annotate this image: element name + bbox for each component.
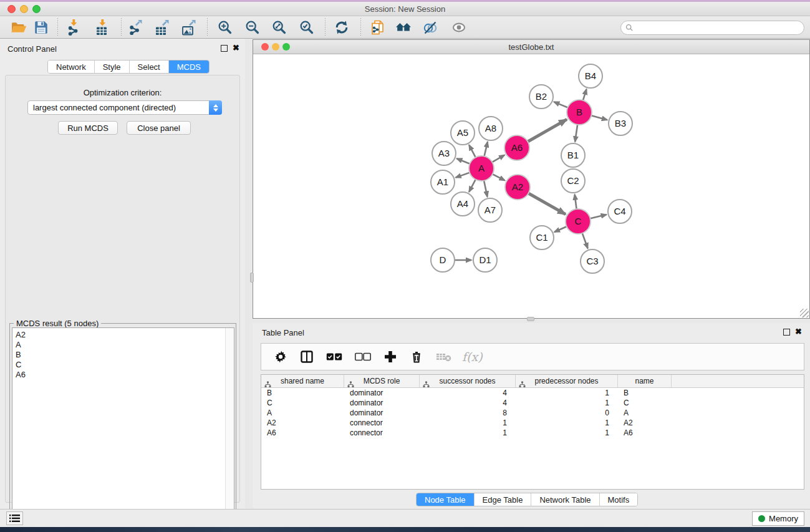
column-manager-icon[interactable] — [300, 350, 314, 364]
select-all-icon[interactable] — [326, 352, 342, 361]
task-history-button[interactable] — [6, 511, 23, 525]
column-header-label: successor nodes — [439, 377, 495, 385]
graph-node-A5[interactable]: A5 — [451, 121, 475, 145]
svg-text:C3: C3 — [586, 256, 598, 266]
zoom-out-icon[interactable] — [244, 19, 261, 36]
toolbar-separator — [121, 18, 122, 37]
table-cell: dominator — [344, 389, 420, 397]
result-list-item[interactable]: B — [16, 350, 225, 360]
graph-node-B[interactable]: B — [567, 100, 592, 125]
save-icon[interactable] — [32, 19, 50, 36]
list-icon — [9, 514, 20, 523]
graph-node-C1[interactable]: C1 — [530, 226, 554, 249]
zoom-selected-icon[interactable] — [298, 19, 316, 36]
graph-node-D[interactable]: D — [431, 248, 455, 272]
graph-node-A2[interactable]: A2 — [505, 175, 530, 200]
graph-node-D1[interactable]: D1 — [473, 248, 497, 272]
node-table[interactable]: shared nameMCDS rolesuccessor nodesprede… — [261, 374, 804, 490]
column-header-shared-name[interactable]: shared name — [261, 375, 344, 387]
search-box[interactable] — [620, 21, 804, 35]
tab-style[interactable]: Style — [95, 60, 130, 73]
table-cell: connector — [344, 418, 420, 427]
dropdown-stepper-icon — [209, 100, 222, 115]
add-column-icon[interactable] — [383, 350, 397, 364]
zoom-fit-icon[interactable] — [271, 19, 288, 36]
table-row[interactable]: Adominator80A — [261, 408, 804, 418]
import-network-icon[interactable] — [65, 19, 82, 36]
svg-text:A7: A7 — [485, 205, 496, 215]
tab-mcds[interactable]: MCDS — [169, 60, 209, 73]
table-cell: A6 — [261, 428, 344, 437]
tab-motifs[interactable]: Motifs — [600, 493, 638, 506]
graph-node-B3[interactable]: B3 — [609, 112, 632, 135]
graph-node-A1[interactable]: A1 — [431, 170, 455, 194]
refresh-icon[interactable] — [333, 19, 350, 36]
result-list-item[interactable]: A2 — [16, 330, 225, 340]
result-list-item[interactable]: A6 — [16, 370, 225, 380]
settings-gear-icon[interactable] — [274, 350, 287, 364]
hide-panels-icon[interactable] — [422, 19, 439, 36]
show-panels-icon[interactable] — [450, 19, 468, 36]
column-header-predecessor-nodes[interactable]: predecessor nodes — [516, 375, 618, 387]
graph-node-C2[interactable]: C2 — [561, 169, 585, 193]
svg-text:A8: A8 — [485, 123, 496, 133]
memory-button[interactable]: Memory — [752, 511, 804, 526]
import-table-icon[interactable] — [94, 19, 111, 36]
result-list-item[interactable]: C — [16, 360, 225, 370]
graph-node-A6[interactable]: A6 — [504, 135, 529, 160]
close-panel-button[interactable]: Close panel — [127, 121, 191, 135]
optimization-criterion-dropdown[interactable]: largest connected component (directed) — [27, 100, 222, 115]
memory-label: Memory — [769, 514, 798, 523]
graph-node-C3[interactable]: C3 — [581, 249, 604, 273]
splitter-handle-left[interactable] — [250, 273, 254, 283]
table-header-row[interactable]: shared nameMCDS rolesuccessor nodesprede… — [261, 375, 804, 388]
table-row[interactable]: A2connector11A2 — [261, 418, 804, 428]
result-scrollbar[interactable] — [225, 328, 234, 531]
result-list-item[interactable]: A — [16, 340, 225, 350]
graph-node-B1[interactable]: B1 — [561, 143, 585, 167]
column-header-MCDS-role[interactable]: MCDS role — [344, 375, 420, 387]
open-folder-icon[interactable] — [10, 19, 27, 36]
zoom-in-icon[interactable] — [216, 19, 234, 36]
column-header-successor-nodes[interactable]: successor nodes — [420, 375, 516, 387]
mcds-result-list[interactable]: A2ABCA6 — [12, 327, 234, 532]
graph-node-A3[interactable]: A3 — [432, 142, 456, 165]
close-panel-icon[interactable]: ✖ — [233, 43, 239, 53]
network-view-window: testGlobe.txt B4B2BB3A8A5A6A3B1AC2A1A2A4… — [253, 39, 810, 319]
table-row[interactable]: A6connector11A6 — [261, 428, 804, 438]
delete-column-icon[interactable] — [410, 350, 423, 364]
graph-node-A[interactable]: A — [469, 156, 494, 181]
export-table-icon[interactable] — [154, 19, 171, 36]
table-row[interactable]: Bdominator41B — [261, 388, 804, 398]
close-table-panel-icon[interactable]: ✖ — [795, 327, 802, 337]
network-graph-canvas[interactable]: B4B2BB3A8A5A6A3B1AC2A1A2A4A7C4CC1C3DD1 — [253, 54, 809, 318]
run-mcds-button[interactable]: Run MCDS — [58, 121, 118, 135]
resize-grip-icon[interactable] — [800, 309, 809, 317]
deselect-all-icon[interactable] — [355, 352, 371, 361]
float-panel-icon[interactable] — [221, 45, 228, 52]
tab-network[interactable]: Network — [48, 60, 95, 73]
graph-node-B4[interactable]: B4 — [579, 64, 602, 88]
float-table-panel-icon[interactable] — [783, 329, 790, 336]
tab-select[interactable]: Select — [130, 60, 169, 73]
tab-edge-table[interactable]: Edge Table — [475, 493, 532, 506]
tab-network-table[interactable]: Network Table — [531, 493, 599, 506]
table-row[interactable]: Cdominator41C — [261, 398, 804, 408]
clone-network-icon[interactable] — [369, 19, 387, 36]
export-network-icon[interactable] — [127, 19, 145, 36]
graph-node-A8[interactable]: A8 — [479, 117, 503, 140]
graph-node-A7[interactable]: A7 — [478, 198, 502, 222]
column-header-name[interactable]: name — [618, 375, 672, 387]
graph-node-A4[interactable]: A4 — [451, 192, 475, 216]
splitter-handle[interactable] — [527, 317, 534, 321]
graph-node-C4[interactable]: C4 — [608, 200, 632, 223]
graph-node-C[interactable]: C — [566, 209, 591, 234]
mcds-tab-content: Optimization criterion: largest connecte… — [5, 75, 240, 503]
export-image-icon[interactable] — [181, 19, 198, 36]
network-window-titlebar[interactable]: testGlobe.txt — [253, 40, 809, 54]
graph-node-B2[interactable]: B2 — [529, 85, 553, 109]
tab-node-table[interactable]: Node Table — [417, 493, 475, 506]
network-window-title: testGlobe.txt — [253, 42, 809, 52]
search-input[interactable] — [636, 24, 804, 32]
home-layout-icon[interactable] — [395, 19, 412, 36]
